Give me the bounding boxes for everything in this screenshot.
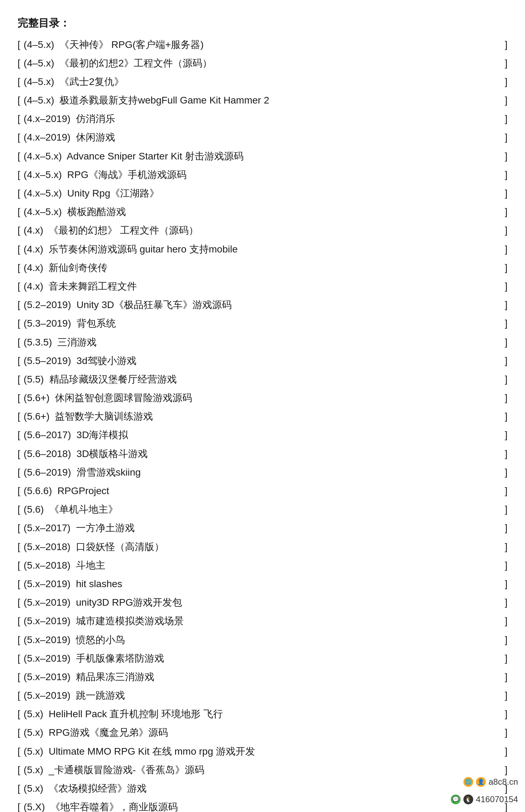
bracket-close: ] [505, 537, 507, 556]
list-item: [ (5.x) Ultimate MMO RPG Kit 在线 mmo rpg … [18, 742, 507, 761]
bracket-open: [ [18, 389, 20, 407]
bracket-open: [ [18, 407, 20, 426]
website-contact: 🌐 👤 a8c8.cn [463, 775, 518, 789]
bracket-close: ] [505, 72, 507, 91]
bracket-close: ] [505, 221, 507, 240]
bracket-close: ] [505, 54, 507, 72]
bracket-close: ] [505, 351, 507, 370]
bracket-open: [ [18, 500, 20, 519]
list-item: [ (5.6.6) RPGProject] [18, 482, 507, 500]
item-content: (5.6+) 益智数学大脑训练游戏 [21, 407, 505, 426]
item-content: (5.2–2019) Unity 3D《极品狂暴飞车》游戏源码 [21, 295, 505, 314]
item-content: (5.x) HeliHell Pack 直升机控制 环境地形 飞行 [21, 705, 505, 723]
item-content: (5.x–2017) 一方净土游戏 [21, 519, 505, 537]
bracket-close: ] [505, 165, 507, 184]
item-content: (5.6.6) RPGProject [21, 482, 505, 500]
item-content: (5.x–2019) 精品果冻三消游戏 [21, 668, 505, 686]
item-content: (4.x) 音未来舞蹈工程文件 [21, 277, 505, 295]
bracket-open: [ [18, 668, 20, 686]
bracket-open: [ [18, 575, 20, 593]
list-item: [ (5.3–2019) 背包系统] [18, 314, 507, 333]
bracket-open: [ [18, 184, 20, 202]
list-item: [ (5.6) 《单机斗地主》] [18, 500, 507, 519]
bracket-open: [ [18, 128, 20, 147]
list-item: [ (5.3.5) 三消游戏] [18, 333, 507, 351]
list-item: [ (5.x–2019) 跳一跳游戏] [18, 686, 507, 705]
bracket-close: ] [505, 147, 507, 165]
items-list: [ (4–5.x) 《天神传》 RPG(客户端+服务器)][ (4–5.x) 《… [18, 35, 507, 812]
item-content: (4.x–5.x) RPG《海战》手机游戏源码 [21, 165, 505, 184]
bracket-close: ] [505, 686, 507, 705]
item-content: (5.6+) 休闲益智创意圆球冒险游戏源码 [21, 389, 505, 407]
list-item: [ (5.x) HeliHell Pack 直升机控制 环境地形 飞行] [18, 705, 507, 723]
bracket-close: ] [505, 631, 507, 649]
item-content: (5.x–2019) 城市建造模拟类游戏场景 [21, 612, 505, 630]
item-content: (5.x) Ultimate MMO RPG Kit 在线 mmo rpg 游戏… [21, 742, 505, 761]
item-content: (4.x–5.x) Advance Sniper Starter Kit 射击游… [21, 147, 505, 165]
list-item: [ (5.x–2017) 一方净土游戏] [18, 519, 507, 537]
person-icon: 👤 [476, 777, 486, 787]
bracket-close: ] [505, 500, 507, 519]
bottom-contact-bar: 🌐 👤 a8c8.cn 💬 🐧 416070154 [420, 769, 525, 812]
bracket-open: [ [18, 593, 20, 612]
list-item: [ (5.x) RPG游戏《魔盒兄弟》源码] [18, 723, 507, 742]
item-content: (5.3.5) 三消游戏 [21, 333, 505, 351]
bracket-open: [ [18, 519, 20, 537]
item-content: (4–5.x) 《武士2复仇》 [21, 72, 505, 91]
bracket-close: ] [505, 407, 507, 426]
bracket-open: [ [18, 54, 20, 72]
list-item: [ (4.x) 新仙剑奇侠传] [18, 258, 507, 277]
bracket-close: ] [505, 575, 507, 593]
bracket-close: ] [505, 277, 507, 295]
item-content: (4–5.x) 《天神传》 RPG(客户端+服务器) [21, 35, 505, 54]
list-item: [ (4.x–5.x) 横板跑酷游戏] [18, 202, 507, 221]
bracket-open: [ [18, 277, 20, 295]
list-item: [ (4–5.x) 《武士2复仇》] [18, 72, 507, 91]
list-item: [ (5.5) 精品珍藏级汉堡餐厅经营游戏] [18, 370, 507, 389]
list-item: [ (5.2–2019) Unity 3D《极品狂暴飞车》游戏源码] [18, 295, 507, 314]
bracket-open: [ [18, 537, 20, 556]
item-content: (4.x–2019) 休闲游戏 [21, 128, 505, 147]
list-item: [ (4–5.x) 《最初的幻想2》工程文件（源码）] [18, 54, 507, 72]
bracket-close: ] [505, 612, 507, 630]
item-content: (5.x–2019) unity3D RPG游戏开发包 [21, 593, 505, 612]
bracket-open: [ [18, 35, 20, 54]
item-content: (5.6–2019) 滑雪游戏skiing [21, 463, 505, 482]
bracket-open: [ [18, 258, 20, 277]
item-content: (5.x–2019) 手机版像素塔防游戏 [21, 649, 505, 668]
list-item: [ (4–5.x) 极道杀戮最新支持webgFull Game Kit Hamm… [18, 91, 507, 109]
item-content: (4.x–2019) 仿消消乐 [21, 109, 505, 128]
item-content: (4.x–5.x) Unity Rpg《江湖路》 [21, 184, 505, 202]
item-content: (5.x) RPG游戏《魔盒兄弟》源码 [21, 723, 505, 742]
bracket-open: [ [18, 72, 20, 91]
qq-icon: 🐧 [463, 795, 473, 804]
bracket-open: [ [18, 463, 20, 482]
bracket-open: [ [18, 723, 20, 742]
list-item: [ (5.x–2019) 手机版像素塔防游戏] [18, 649, 507, 668]
item-content: (5.x–2019) 跳一跳游戏 [21, 686, 505, 705]
bracket-open: [ [18, 779, 20, 798]
bracket-open: [ [18, 798, 20, 812]
item-content: (5.5) 精品珍藏级汉堡餐厅经营游戏 [21, 370, 505, 389]
bracket-open: [ [18, 295, 20, 314]
list-item: [ (4.x–2019) 仿消消乐] [18, 109, 507, 128]
list-item: [ (5.x–2019) 愤怒的小鸟] [18, 631, 507, 649]
bracket-close: ] [505, 649, 507, 668]
item-content: (5.5–2019) 3d驾驶小游戏 [21, 351, 505, 370]
bracket-close: ] [505, 109, 507, 128]
bracket-open: [ [18, 147, 20, 165]
list-item: [ (4.x–5.x) RPG《海战》手机游戏源码] [18, 165, 507, 184]
list-item: [ (4–5.x) 《天神传》 RPG(客户端+服务器)] [18, 35, 507, 54]
bracket-open: [ [18, 314, 20, 333]
bracket-close: ] [505, 35, 507, 54]
list-item: [ (4.x) 《最初的幻想》 工程文件（源码）] [18, 221, 507, 240]
item-content: (4–5.x) 极道杀戮最新支持webgFull Game Kit Hammer… [21, 91, 505, 109]
bracket-close: ] [505, 482, 507, 500]
item-content: (5.6–2018) 3D横版格斗游戏 [21, 444, 505, 463]
item-content: (5.3–2019) 背包系统 [21, 314, 505, 333]
bracket-open: [ [18, 351, 20, 370]
item-content: (4.x) 新仙剑奇侠传 [21, 258, 505, 277]
qq-contact: 💬 🐧 416070154 [451, 792, 518, 807]
list-item: [ (5.x–2019) 精品果冻三消游戏] [18, 668, 507, 686]
bracket-close: ] [505, 333, 507, 351]
